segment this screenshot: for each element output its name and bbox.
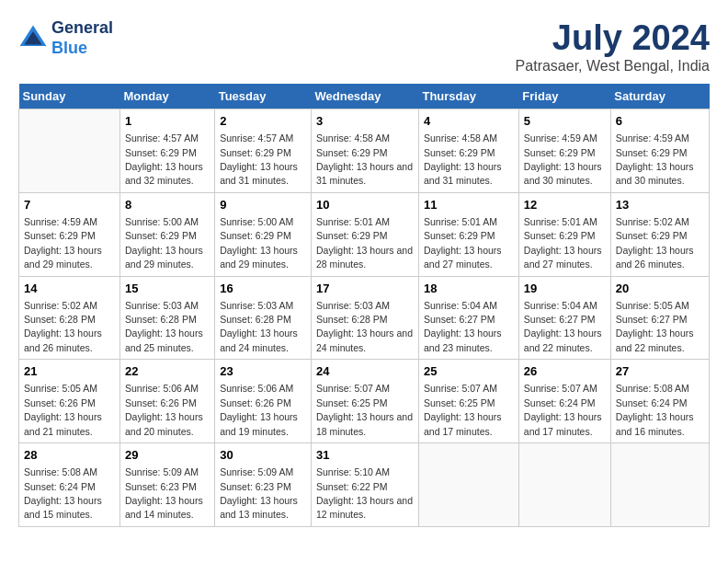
header-cell-sunday: Sunday <box>19 84 120 109</box>
calendar-table: SundayMondayTuesdayWednesdayThursdayFrid… <box>18 84 710 527</box>
day-cell: 1 Sunrise: 4:57 AMSunset: 6:29 PMDayligh… <box>120 109 215 193</box>
day-number: 28 <box>24 447 115 464</box>
day-number: 21 <box>24 363 115 380</box>
day-info: Sunrise: 5:03 AMSunset: 6:28 PMDaylight:… <box>125 300 203 353</box>
week-row-3: 14 Sunrise: 5:02 AMSunset: 6:28 PMDaylig… <box>19 276 710 360</box>
logo-icon <box>18 24 48 53</box>
day-cell: 6 Sunrise: 4:59 AMSunset: 6:29 PMDayligh… <box>610 109 709 193</box>
day-info: Sunrise: 4:58 AMSunset: 6:29 PMDaylight:… <box>316 132 413 186</box>
day-cell: 29 Sunrise: 5:09 AMSunset: 6:23 PMDaylig… <box>120 443 215 527</box>
day-number: 10 <box>316 197 414 213</box>
day-cell: 12 Sunrise: 5:01 AMSunset: 6:29 PMDaylig… <box>518 192 610 276</box>
day-cell: 17 Sunrise: 5:03 AMSunset: 6:28 PMDaylig… <box>311 276 418 360</box>
day-cell: 26 Sunrise: 5:07 AMSunset: 6:24 PMDaylig… <box>518 360 610 443</box>
calendar-header: SundayMondayTuesdayWednesdayThursdayFrid… <box>19 84 710 109</box>
day-number: 6 <box>616 113 704 130</box>
day-number: 31 <box>316 447 414 464</box>
header-cell-monday: Monday <box>120 84 215 109</box>
day-cell <box>610 443 709 527</box>
day-number: 3 <box>316 113 414 130</box>
day-number: 14 <box>24 281 115 297</box>
day-number: 24 <box>316 363 414 380</box>
day-cell <box>518 443 610 527</box>
day-info: Sunrise: 4:59 AMSunset: 6:29 PMDaylight:… <box>524 132 602 186</box>
day-cell: 18 Sunrise: 5:04 AMSunset: 6:27 PMDaylig… <box>418 276 518 360</box>
day-number: 25 <box>424 363 514 380</box>
day-info: Sunrise: 5:08 AMSunset: 6:24 PMDaylight:… <box>24 466 102 520</box>
day-cell: 23 Sunrise: 5:06 AMSunset: 6:26 PMDaylig… <box>215 360 312 443</box>
logo: General Blue <box>18 18 113 58</box>
day-cell: 24 Sunrise: 5:07 AMSunset: 6:25 PMDaylig… <box>311 360 418 443</box>
day-cell: 11 Sunrise: 5:01 AMSunset: 6:29 PMDaylig… <box>418 192 518 276</box>
page-header: General Blue July 2024 Patrasaer, West B… <box>18 18 710 75</box>
week-row-2: 7 Sunrise: 4:59 AMSunset: 6:29 PMDayligh… <box>19 192 710 276</box>
day-number: 30 <box>220 447 306 464</box>
day-number: 18 <box>424 281 514 297</box>
day-cell <box>418 443 518 527</box>
day-cell: 4 Sunrise: 4:58 AMSunset: 6:29 PMDayligh… <box>418 109 518 193</box>
day-number: 26 <box>524 363 606 380</box>
header-cell-tuesday: Tuesday <box>215 84 312 109</box>
day-info: Sunrise: 4:58 AMSunset: 6:29 PMDaylight:… <box>424 132 502 186</box>
header-cell-thursday: Thursday <box>418 84 518 109</box>
logo-blue: Blue <box>51 39 87 57</box>
day-cell: 14 Sunrise: 5:02 AMSunset: 6:28 PMDaylig… <box>19 276 120 360</box>
day-info: Sunrise: 5:06 AMSunset: 6:26 PMDaylight:… <box>125 383 203 436</box>
day-cell: 31 Sunrise: 5:10 AMSunset: 6:22 PMDaylig… <box>311 443 418 527</box>
day-info: Sunrise: 5:03 AMSunset: 6:28 PMDaylight:… <box>316 300 413 353</box>
day-info: Sunrise: 4:59 AMSunset: 6:29 PMDaylight:… <box>24 216 102 270</box>
day-info: Sunrise: 4:57 AMSunset: 6:29 PMDaylight:… <box>125 132 203 186</box>
day-number: 9 <box>220 197 306 213</box>
day-info: Sunrise: 5:07 AMSunset: 6:25 PMDaylight:… <box>316 383 413 436</box>
day-info: Sunrise: 4:59 AMSunset: 6:29 PMDaylight:… <box>616 132 694 186</box>
day-info: Sunrise: 5:01 AMSunset: 6:29 PMDaylight:… <box>524 216 602 270</box>
day-cell: 28 Sunrise: 5:08 AMSunset: 6:24 PMDaylig… <box>19 443 120 527</box>
day-cell: 16 Sunrise: 5:03 AMSunset: 6:28 PMDaylig… <box>215 276 312 360</box>
day-cell: 7 Sunrise: 4:59 AMSunset: 6:29 PMDayligh… <box>19 192 120 276</box>
day-number: 1 <box>125 113 210 130</box>
week-row-1: 1 Sunrise: 4:57 AMSunset: 6:29 PMDayligh… <box>19 109 710 193</box>
day-cell <box>19 109 120 193</box>
day-number: 29 <box>125 447 210 464</box>
day-info: Sunrise: 5:06 AMSunset: 6:26 PMDaylight:… <box>220 383 298 436</box>
day-info: Sunrise: 5:10 AMSunset: 6:22 PMDaylight:… <box>316 466 413 520</box>
day-info: Sunrise: 5:04 AMSunset: 6:27 PMDaylight:… <box>524 300 602 353</box>
logo-general: General <box>51 18 113 37</box>
calendar-body: 1 Sunrise: 4:57 AMSunset: 6:29 PMDayligh… <box>19 109 710 527</box>
day-cell: 2 Sunrise: 4:57 AMSunset: 6:29 PMDayligh… <box>215 109 312 193</box>
title-block: July 2024 Patrasaer, West Bengal, India <box>516 18 710 75</box>
day-number: 8 <box>125 197 210 213</box>
day-info: Sunrise: 5:02 AMSunset: 6:29 PMDaylight:… <box>616 216 694 270</box>
day-info: Sunrise: 5:09 AMSunset: 6:23 PMDaylight:… <box>220 466 298 520</box>
day-cell: 30 Sunrise: 5:09 AMSunset: 6:23 PMDaylig… <box>215 443 312 527</box>
day-cell: 5 Sunrise: 4:59 AMSunset: 6:29 PMDayligh… <box>518 109 610 193</box>
day-info: Sunrise: 5:07 AMSunset: 6:25 PMDaylight:… <box>424 383 502 436</box>
week-row-4: 21 Sunrise: 5:05 AMSunset: 6:26 PMDaylig… <box>19 360 710 443</box>
day-info: Sunrise: 5:01 AMSunset: 6:29 PMDaylight:… <box>316 216 413 270</box>
day-info: Sunrise: 5:07 AMSunset: 6:24 PMDaylight:… <box>524 383 602 436</box>
day-number: 20 <box>616 281 704 297</box>
day-info: Sunrise: 5:04 AMSunset: 6:27 PMDaylight:… <box>424 300 502 353</box>
day-cell: 27 Sunrise: 5:08 AMSunset: 6:24 PMDaylig… <box>610 360 709 443</box>
day-number: 2 <box>220 113 306 130</box>
day-number: 19 <box>524 281 606 297</box>
day-info: Sunrise: 5:09 AMSunset: 6:23 PMDaylight:… <box>125 466 203 520</box>
header-cell-saturday: Saturday <box>610 84 709 109</box>
week-row-5: 28 Sunrise: 5:08 AMSunset: 6:24 PMDaylig… <box>19 443 710 527</box>
day-cell: 10 Sunrise: 5:01 AMSunset: 6:29 PMDaylig… <box>311 192 418 276</box>
day-cell: 15 Sunrise: 5:03 AMSunset: 6:28 PMDaylig… <box>120 276 215 360</box>
day-cell: 22 Sunrise: 5:06 AMSunset: 6:26 PMDaylig… <box>120 360 215 443</box>
header-row: SundayMondayTuesdayWednesdayThursdayFrid… <box>19 84 710 109</box>
day-number: 27 <box>616 363 704 380</box>
day-number: 15 <box>125 281 210 297</box>
day-info: Sunrise: 5:00 AMSunset: 6:29 PMDaylight:… <box>125 216 203 270</box>
day-cell: 9 Sunrise: 5:00 AMSunset: 6:29 PMDayligh… <box>215 192 312 276</box>
day-number: 12 <box>524 197 606 213</box>
day-info: Sunrise: 5:00 AMSunset: 6:29 PMDaylight:… <box>220 216 298 270</box>
day-number: 11 <box>424 197 514 213</box>
day-cell: 3 Sunrise: 4:58 AMSunset: 6:29 PMDayligh… <box>311 109 418 193</box>
header-cell-wednesday: Wednesday <box>311 84 418 109</box>
day-cell: 13 Sunrise: 5:02 AMSunset: 6:29 PMDaylig… <box>610 192 709 276</box>
subtitle: Patrasaer, West Bengal, India <box>516 58 710 75</box>
day-cell: 20 Sunrise: 5:05 AMSunset: 6:27 PMDaylig… <box>610 276 709 360</box>
